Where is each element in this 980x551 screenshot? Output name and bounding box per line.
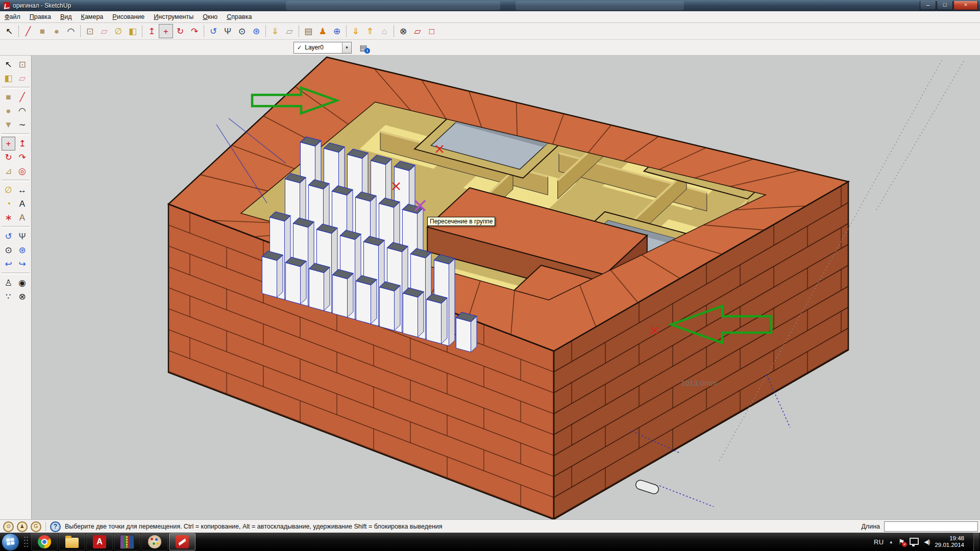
3d-text-tool[interactable]: A	[15, 211, 29, 224]
layer-visible-check: ✓	[297, 44, 302, 51]
axes-tool[interactable]: ∗	[2, 211, 15, 224]
arc-tool[interactable]: ◠	[15, 104, 29, 118]
line-tool-button[interactable]: ╱	[21, 24, 35, 38]
tray-clock[interactable]: 19:48 29.01.2014	[935, 535, 964, 548]
sketchup[interactable]	[169, 533, 195, 550]
paint-bucket-tool[interactable]: ◧	[2, 71, 15, 85]
language-indicator[interactable]: RU	[874, 538, 884, 546]
get-models-button[interactable]: ⇓	[349, 24, 363, 38]
rotate-tool-button[interactable]: ↻	[173, 24, 187, 38]
add-location-button[interactable]: ⇓	[268, 24, 282, 38]
toggle-terrain-button[interactable]: ▱	[282, 24, 297, 38]
menu-draw[interactable]: Рисование	[108, 12, 149, 22]
offset-tool[interactable]: ◎	[15, 164, 29, 178]
show-desktop-button[interactable]	[973, 533, 979, 551]
menu-camera[interactable]: Камера	[77, 12, 108, 22]
layer-dropdown[interactable]: ✓ Layer0 ▼	[293, 42, 352, 54]
freehand-tool[interactable]: ∼	[15, 118, 29, 132]
section-plane-tool-button[interactable]: ⊗	[396, 24, 410, 38]
select-tool[interactable]: ↖	[2, 58, 15, 71]
make-component-tool[interactable]: ⊡	[15, 58, 29, 71]
action-center-icon[interactable]: ⚑ ×	[898, 538, 905, 546]
display-section-planes-button[interactable]: ▱	[410, 24, 425, 38]
orbit-tool[interactable]: ↺	[2, 230, 15, 243]
zoom-extents-tool[interactable]: ⊛	[15, 243, 29, 257]
section-plane-tool[interactable]: ⊗	[15, 290, 29, 304]
polygon-tool[interactable]: ▼	[2, 118, 15, 132]
tape-measure-tool[interactable]: ∅	[2, 183, 15, 197]
share-component-button[interactable]: ⌂	[377, 24, 391, 38]
desktop: { "window": { "title": "оригинал - Sketc…	[0, 0, 980, 551]
protractor-tool[interactable]: ◔	[2, 197, 15, 211]
layer-manager-button[interactable]: ▤ i	[356, 41, 371, 54]
credits-medallion[interactable]: ♟	[17, 521, 28, 532]
eraser-tool-button[interactable]: ▱	[97, 24, 111, 38]
share-model-button[interactable]: ⇑	[363, 24, 377, 38]
maximize-button[interactable]: □	[937, 1, 953, 10]
dimension-tool[interactable]: ↔	[15, 183, 29, 197]
network-icon[interactable]	[910, 538, 919, 545]
rectangle-tool-button[interactable]: ■	[35, 24, 50, 38]
menu-file[interactable]: Файл	[0, 12, 25, 22]
measurement-label: Длина	[861, 523, 880, 530]
menu-tools[interactable]: Инструменты	[149, 12, 198, 22]
hidden-icons-button[interactable]: ▲	[889, 540, 893, 544]
pan-tool[interactable]: Ψ	[15, 230, 29, 243]
model-canvas[interactable]: Пересечение в группе 1013,0mm	[32, 56, 980, 519]
scale-tool[interactable]: ⊿	[2, 164, 15, 178]
circle-tool-button[interactable]: ●	[50, 24, 64, 38]
follow-me-button[interactable]: ↷	[187, 24, 202, 38]
start-button[interactable]	[2, 533, 19, 551]
measurement-input[interactable]	[884, 521, 978, 532]
google-earth-button[interactable]: ⊕	[330, 24, 344, 38]
main-toolbar: ↖╱■●◠⊡▱∅◧↥+↻↷↺Ψ⊙⊛⇓▱▤♟⊕⇓⇑⌂⊗▱□	[0, 23, 980, 40]
text-tool[interactable]: A	[15, 197, 29, 211]
preview-in-google-earth-button[interactable]: ♟	[315, 24, 330, 38]
chrome[interactable]	[31, 533, 58, 550]
explorer[interactable]	[59, 533, 85, 550]
arc-tool-button[interactable]: ◠	[64, 24, 78, 38]
menu-edit[interactable]: Правка	[25, 12, 56, 22]
orbit-tool-button[interactable]: ↺	[206, 24, 220, 38]
position-camera-tool[interactable]: ♙	[2, 276, 15, 290]
taskbar-apps	[31, 533, 196, 550]
make-component-button[interactable]: ⊡	[83, 24, 97, 38]
menu-view[interactable]: Вид	[56, 12, 77, 22]
zoom-tool[interactable]: ⊙	[2, 243, 15, 257]
zoom-previous-tool[interactable]: ↩	[2, 257, 15, 271]
look-around-tool[interactable]: ◉	[15, 276, 29, 290]
paint[interactable]	[141, 533, 168, 550]
select-tool-button[interactable]: ↖	[2, 24, 16, 38]
paint-bucket-button[interactable]: ◧	[126, 24, 140, 38]
eraser-tool[interactable]: ▱	[15, 71, 29, 85]
zoom-next-tool[interactable]: ↪	[15, 257, 29, 271]
close-button[interactable]: ×	[953, 1, 978, 10]
menu-window[interactable]: Окно	[198, 12, 222, 22]
geolocation-medallion[interactable]: ⊙	[3, 521, 14, 532]
rectangle-tool[interactable]: ■	[2, 90, 15, 104]
circle-tool[interactable]: ●	[2, 104, 15, 118]
zoom-tool-button[interactable]: ⊙	[235, 24, 249, 38]
menu-help[interactable]: Справка	[222, 12, 256, 22]
tape-measure-button[interactable]: ∅	[111, 24, 126, 38]
display-section-cuts-button[interactable]: □	[425, 24, 439, 38]
claim-medallion[interactable]: G	[31, 521, 41, 532]
photo-textures-button[interactable]: ▤	[301, 24, 315, 38]
push-pull-tool[interactable]: ↥	[15, 137, 29, 151]
rotate-tool[interactable]: ↻	[2, 151, 15, 164]
minimize-button[interactable]: –	[920, 1, 936, 10]
chevron-down-icon[interactable]: ▼	[342, 42, 351, 53]
move-tool[interactable]: +	[2, 137, 15, 151]
acrobat-reader[interactable]	[86, 533, 113, 550]
separator	[265, 25, 266, 37]
follow-me-tool[interactable]: ↷	[15, 151, 29, 164]
walk-tool[interactable]: ∵	[2, 290, 15, 304]
move-tool-button[interactable]: +	[159, 24, 173, 38]
winrar[interactable]	[114, 533, 140, 550]
pan-tool-button[interactable]: Ψ	[220, 24, 235, 38]
speaker-icon[interactable]: ◀)	[924, 538, 929, 545]
zoom-extents-button[interactable]: ⊛	[249, 24, 263, 38]
line-tool[interactable]: ╱	[15, 90, 29, 104]
push-pull-button[interactable]: ↥	[144, 24, 159, 38]
help-icon: ?	[50, 521, 61, 532]
